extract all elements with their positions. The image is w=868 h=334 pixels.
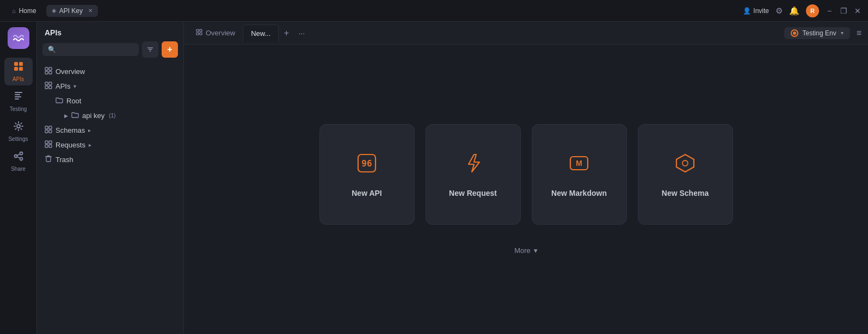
nav-item-apis[interactable]: APIs xyxy=(4,58,33,85)
app-logo xyxy=(8,27,29,49)
api-key-arrow: ▶ xyxy=(64,113,68,119)
env-selector[interactable]: Testing Env ▾ xyxy=(784,27,850,39)
svg-line-13 xyxy=(17,157,20,158)
svg-point-9 xyxy=(20,152,22,155)
svg-rect-27 xyxy=(45,130,48,133)
api-key-label: api key xyxy=(82,112,104,120)
new-schema-label: New Schema xyxy=(662,189,709,197)
more-button[interactable]: More ▾ xyxy=(514,246,538,255)
bell-icon[interactable]: 🔔 xyxy=(789,6,799,16)
svg-rect-2 xyxy=(14,67,18,71)
new-markdown-label: New Markdown xyxy=(551,189,607,197)
nav-item-settings[interactable]: Settings xyxy=(4,117,33,145)
schemas-label: Schemas xyxy=(56,126,85,134)
search-input[interactable] xyxy=(59,46,133,53)
tab-overview-icon xyxy=(196,29,202,37)
root-folder-icon xyxy=(56,96,63,106)
new-schema-icon xyxy=(673,151,697,180)
invite-icon: 👤 xyxy=(743,7,751,15)
new-markdown-icon: M xyxy=(567,151,591,180)
search-input-wrap[interactable]: 🔍 xyxy=(42,43,139,56)
svg-rect-29 xyxy=(45,141,48,144)
tree-item-overview[interactable]: Overview xyxy=(40,64,180,79)
file-tree: Overview APIs ▾ xyxy=(37,62,183,334)
hamburger-button[interactable]: ≡ xyxy=(854,26,864,40)
cards-row: 96 New API New Request xyxy=(319,124,733,225)
content-area: Overview New... + ··· Testing Env ▾ ≡ xyxy=(184,22,868,334)
more-chevron-icon: ▾ xyxy=(534,246,538,255)
sidebar-title: APIs xyxy=(45,28,176,37)
icon-nav: APIs Testing Settings xyxy=(0,22,37,334)
tree-item-api-key[interactable]: ▶ api key (1) xyxy=(60,108,180,123)
overview-icon xyxy=(45,67,52,76)
new-api-label: New API xyxy=(352,189,382,197)
tree-item-apis[interactable]: APIs ▾ xyxy=(40,79,180,94)
apis-nav-label: APIs xyxy=(13,76,24,82)
new-markdown-card[interactable]: M New Markdown xyxy=(532,124,627,225)
tree-item-root[interactable]: Root xyxy=(51,94,180,108)
overview-label: Overview xyxy=(56,67,85,76)
svg-rect-31 xyxy=(45,145,48,147)
tree-item-schemas[interactable]: Schemas ▸ xyxy=(40,123,180,138)
svg-rect-24 xyxy=(49,86,52,89)
api-key-icon: ◈ xyxy=(52,7,56,14)
minimize-button[interactable]: − xyxy=(826,7,833,15)
tab-close-icon[interactable]: ✕ xyxy=(88,8,93,14)
svg-rect-7 xyxy=(15,98,19,100)
nav-item-share[interactable]: Share xyxy=(4,147,33,175)
tab-overview[interactable]: Overview xyxy=(188,24,243,41)
svg-rect-36 xyxy=(196,29,199,32)
svg-point-44 xyxy=(682,160,688,166)
apis-tree-arrow: ▾ xyxy=(73,83,76,89)
svg-rect-38 xyxy=(196,33,199,35)
svg-rect-18 xyxy=(49,67,52,70)
close-button[interactable]: ✕ xyxy=(854,7,861,15)
api-key-tab[interactable]: ◈ API Key ✕ xyxy=(46,5,98,17)
apis-tree-label: APIs xyxy=(56,82,70,90)
svg-rect-17 xyxy=(45,67,48,70)
search-icon: 🔍 xyxy=(48,46,56,53)
svg-rect-3 xyxy=(19,67,23,71)
tree-item-requests[interactable]: Requests ▸ xyxy=(40,138,180,152)
requests-arrow: ▸ xyxy=(89,142,91,148)
tree-item-trash[interactable]: Trash xyxy=(40,152,180,167)
tab-new[interactable]: New... xyxy=(243,24,279,42)
env-chevron-icon: ▾ xyxy=(841,30,844,36)
svg-rect-23 xyxy=(45,86,48,89)
schemas-arrow: ▸ xyxy=(88,127,91,133)
svg-rect-32 xyxy=(49,145,52,147)
sidebar-search: 🔍 + xyxy=(42,41,178,58)
svg-rect-30 xyxy=(49,141,52,144)
new-tab-content: 96 New API New Request xyxy=(184,45,868,334)
add-button[interactable]: + xyxy=(162,41,178,58)
svg-point-11 xyxy=(20,158,22,160)
new-schema-card[interactable]: New Schema xyxy=(638,124,733,225)
svg-rect-37 xyxy=(200,29,202,32)
svg-rect-39 xyxy=(200,33,202,35)
tab-more-button[interactable]: ··· xyxy=(294,26,309,41)
settings-nav-label: Settings xyxy=(8,136,28,142)
nav-item-testing[interactable]: Testing xyxy=(4,88,33,115)
main-layout: APIs Testing Settings xyxy=(0,22,868,334)
svg-rect-1 xyxy=(19,62,23,66)
avatar[interactable]: R xyxy=(806,4,819,17)
tab-add-button[interactable]: + xyxy=(279,26,294,41)
settings-icon[interactable]: ⚙ xyxy=(775,6,783,16)
svg-rect-25 xyxy=(45,126,48,129)
invite-button[interactable]: 👤 Invite xyxy=(743,7,769,15)
svg-text:96: 96 xyxy=(361,158,372,169)
testing-nav-icon xyxy=(13,91,24,104)
new-api-card[interactable]: 96 New API xyxy=(319,124,415,225)
schemas-icon xyxy=(45,126,52,135)
new-request-card[interactable]: New Request xyxy=(426,124,521,225)
svg-line-12 xyxy=(17,154,20,156)
home-tab[interactable]: ⌂ Home xyxy=(7,5,42,17)
filter-button[interactable] xyxy=(142,41,158,58)
share-nav-icon xyxy=(13,151,24,164)
file-sidebar: APIs 🔍 + xyxy=(37,22,184,334)
maximize-button[interactable]: ❐ xyxy=(840,7,847,15)
svg-rect-21 xyxy=(45,82,48,85)
svg-rect-0 xyxy=(14,62,18,66)
trash-label: Trash xyxy=(56,156,73,164)
svg-rect-20 xyxy=(49,71,52,74)
